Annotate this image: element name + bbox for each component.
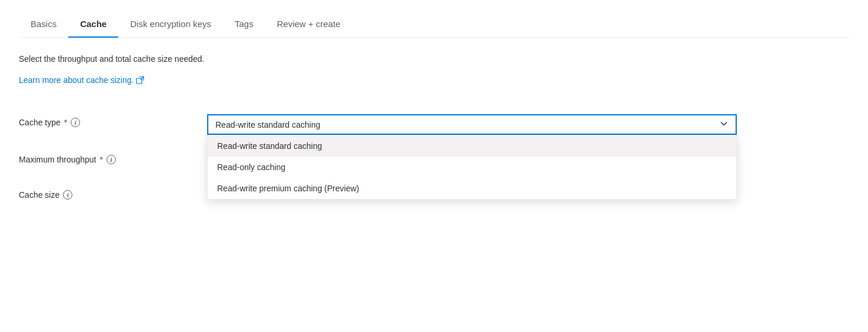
learn-more-link[interactable]: Learn more about cache sizing. <box>19 75 144 85</box>
form-section: Cache type * i Read-write standard cachi… <box>19 114 849 205</box>
cache-type-row: Cache type * i Read-write standard cachi… <box>19 114 849 135</box>
cache-type-required: * <box>64 118 67 127</box>
dropdown-option-read-write-premium[interactable]: Read-write premium caching (Preview) <box>208 178 736 199</box>
maximum-throughput-info-icon[interactable]: i <box>107 155 116 164</box>
maximum-throughput-label: Maximum throughput * i <box>19 151 207 164</box>
chevron-down-icon <box>719 119 729 130</box>
tab-navigation: Basics Cache Disk encryption keys Tags R… <box>19 0 849 38</box>
maximum-throughput-label-text: Maximum throughput <box>19 155 97 164</box>
page-description: Select the throughput and total cache si… <box>19 54 849 64</box>
dropdown-option-read-only[interactable]: Read-only caching <box>208 157 736 178</box>
tab-tags[interactable]: Tags <box>223 12 265 37</box>
tab-review-create[interactable]: Review + create <box>265 12 352 37</box>
cache-type-selected-value: Read-write standard caching <box>215 120 320 130</box>
tab-basics[interactable]: Basics <box>19 12 68 37</box>
cache-size-label-text: Cache size <box>19 190 59 200</box>
page-container: Basics Cache Disk encryption keys Tags R… <box>0 0 868 205</box>
dropdown-option-read-write-standard[interactable]: Read-write standard caching <box>208 135 736 157</box>
maximum-throughput-required: * <box>100 155 103 164</box>
cache-type-dropdown-menu: Read-write standard caching Read-only ca… <box>207 135 737 200</box>
learn-more-text: Learn more about cache sizing. <box>19 75 134 85</box>
cache-type-info-icon[interactable]: i <box>71 118 80 127</box>
cache-size-info-icon[interactable]: i <box>63 190 72 200</box>
cache-size-label: Cache size i <box>19 187 207 200</box>
cache-type-dropdown-trigger[interactable]: Read-write standard caching <box>207 114 737 135</box>
external-link-icon <box>136 76 144 84</box>
tab-cache[interactable]: Cache <box>68 12 118 37</box>
cache-type-label-text: Cache type <box>19 118 61 127</box>
tab-disk-encryption[interactable]: Disk encryption keys <box>118 12 223 37</box>
page-content: Select the throughput and total cache si… <box>19 38 849 205</box>
cache-type-dropdown: Read-write standard caching Read-write s… <box>207 114 737 135</box>
cache-type-label: Cache type * i <box>19 114 207 127</box>
cache-type-control: Read-write standard caching Read-write s… <box>207 114 737 135</box>
